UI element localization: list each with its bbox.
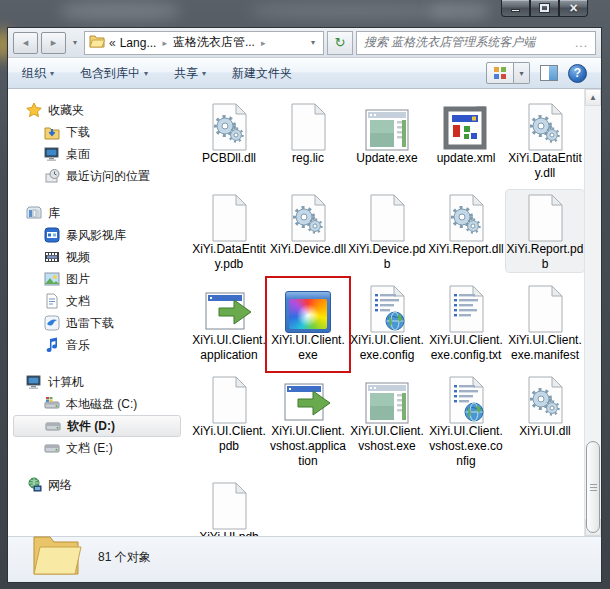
sidebar-group: 库暴风影视库视频图片文档迅雷下载音乐 [8,202,186,356]
file-item[interactable]: XiYi.UI.Client.exe [269,281,347,363]
sidebar-item-node[interactable]: 收藏夹 [8,99,186,121]
toolbar-item[interactable]: 包含到库中▾ [80,65,148,82]
file-item[interactable]: XiYi.UI.Client.exe.manifest [506,281,584,363]
file-item[interactable]: XiYi.UI.Client.application [190,281,268,363]
scroll-up-button[interactable]: ▲ [585,89,601,106]
toolbar-item-label: 组织 [22,65,46,82]
file-name: XiYi.Device.pdb [348,242,426,272]
sidebar-item-node[interactable]: 图片 [8,268,186,290]
doc-file-icon [525,283,565,333]
sidebar-item-node[interactable]: 迅雷下载 [8,312,186,334]
file-name: XiYi.UI.Client.exe.config [348,333,426,363]
sidebar-item-node[interactable]: 最近访问的位置 [8,165,186,187]
search-placeholder: 搜索 蓝格洗衣店管理系统客户端 [364,34,575,51]
file-item[interactable]: XiYi.Device.pdb [348,190,426,272]
file-item[interactable]: XiYi.Report.pdb [506,190,584,272]
scrollbar-thumb[interactable] [586,441,600,533]
help-button[interactable]: ? [568,64,587,83]
file-item[interactable]: reg.lic [269,99,347,181]
breadcrumb-separator-icon[interactable]: ▸ [160,38,169,48]
sidebar-item-node[interactable]: 文档 (E:) [8,437,186,459]
file-item[interactable]: XiYi.Report.dll [427,190,505,272]
maximize-button[interactable] [530,0,559,17]
sidebar-item-node[interactable]: 视频 [8,246,186,268]
breadcrumb-separator-icon[interactable]: ▸ [259,38,268,48]
sidebar-item-node[interactable]: 计算机 [8,371,186,393]
sidebar-item-node[interactable]: 本地磁盘 (C:) [8,393,186,415]
refresh-button[interactable]: ↻ [327,31,353,55]
sidebar-group: 计算机本地磁盘 (C:)软件 (D:)文档 (E:) [8,371,186,459]
disk-icon [44,440,60,456]
sidebar-item-node[interactable]: 库 [8,202,186,224]
search-progress-icon: ... [575,36,588,50]
file-item[interactable]: PCBDll.dll [190,99,268,181]
toolbar-item[interactable]: 共享▾ [174,65,206,82]
maximize-icon [540,4,549,12]
toolbar-right-group: ▾ ? [486,62,587,84]
file-item[interactable]: XiYi.UI.Client.vshost.application [269,372,347,469]
file-grid: PCBDll.dllreg.licUpdate.exeupdate.xmlXiY… [190,99,601,536]
breadcrumb-segment[interactable]: Lang... [120,36,157,50]
file-item[interactable]: XiYi.UI.Client.pdb [190,372,268,469]
views-dropdown[interactable]: ▾ [514,62,530,84]
titlebar-glass-blur [60,2,180,20]
doc-file-icon [209,192,249,242]
file-name: XiYi.UI.Client.vshost.exe.config [427,424,505,469]
sidebar-item-label: 计算机 [48,374,84,391]
views-icon[interactable] [486,62,514,84]
sidebar-item-label: 桌面 [66,146,90,163]
file-item[interactable]: Update.exe [348,99,426,181]
sidebar-item-node[interactable]: 文档 [8,290,186,312]
breadcrumb-overflow-chevrons[interactable]: « [109,36,116,50]
address-bar[interactable]: « Lang... ▸ 蓝格洗衣店管... ▸ ▾ [84,31,324,55]
sidebar-item-node[interactable]: 暴风影视库 [8,224,186,246]
breadcrumb-segment[interactable]: 蓝格洗衣店管... [173,34,255,51]
deploy-file-icon [284,374,332,424]
back-icon: ◂ [23,36,29,49]
music-icon [44,337,60,353]
file-item[interactable]: XiYi.DataEntity.pdb [190,190,268,272]
file-name: reg.lic [269,151,347,166]
toolbar-item[interactable]: 新建文件夹 [232,65,292,82]
dll-file-icon [288,192,328,242]
file-item[interactable]: XiYi.UI.dll [506,372,584,469]
file-item[interactable]: XiYi.DataEntity.dll [506,99,584,181]
navigation-bar: ◂ ▸ ▾ « Lang... ▸ 蓝格洗衣店管... ▸ ▾ ↻ 搜索 蓝格洗… [8,28,601,58]
sidebar-item-selected[interactable]: 软件 (D:) [13,415,181,437]
file-name: XiYi.UI.Client.exe.config.txt [427,333,505,363]
back-button[interactable]: ◂ [13,32,38,54]
file-item[interactable]: XiYi.Device.dll [269,190,347,272]
app-file-icon [364,374,410,424]
file-item[interactable]: update.xml [427,99,505,181]
scrollbar-track[interactable] [585,106,601,519]
txt-file-icon [446,283,486,333]
sidebar-item-node[interactable]: 网络 [8,474,186,496]
search-box[interactable]: 搜索 蓝格洗衣店管理系统客户端 ... [356,31,596,55]
picture-icon [44,271,60,287]
file-item[interactable]: XiYi.UI.pdb [190,478,268,536]
chevron-down-icon: ▾ [50,69,54,78]
file-item[interactable]: XiYi.UI.Client.exe.config.txt [427,281,505,363]
recent-pages-dropdown[interactable]: ▾ [69,32,81,54]
address-history-dropdown[interactable]: ▾ [307,32,319,54]
preview-pane-button[interactable] [540,65,558,81]
sidebar-item-label: 库 [48,205,60,222]
file-item[interactable]: XiYi.UI.Client.exe.config [348,281,426,363]
sidebar-item-node[interactable]: 桌面 [8,143,186,165]
forward-button[interactable]: ▸ [41,32,66,54]
sidebar-item-node[interactable]: 下载 [8,121,186,143]
video-icon [44,249,60,265]
vertical-scrollbar[interactable]: ▲ ▼ [584,89,601,536]
change-view-button[interactable]: ▾ [486,62,530,84]
file-name: XiYi.UI.Client.exe [269,333,347,363]
toolbar-item-label: 包含到库中 [80,65,140,82]
close-button[interactable]: × [559,0,588,17]
minimize-button[interactable] [501,0,530,17]
file-item[interactable]: XiYi.UI.Client.vshost.exe [348,372,426,469]
sidebar-item-label: 最近访问的位置 [66,168,150,185]
file-item[interactable]: XiYi.UI.Client.vshost.exe.config [427,372,505,469]
sidebar-item-node[interactable]: 音乐 [8,334,186,356]
doc-file-icon [367,192,407,242]
toolbar-item[interactable]: 组织▾ [22,65,54,82]
window-caption-buttons: × [501,0,588,17]
